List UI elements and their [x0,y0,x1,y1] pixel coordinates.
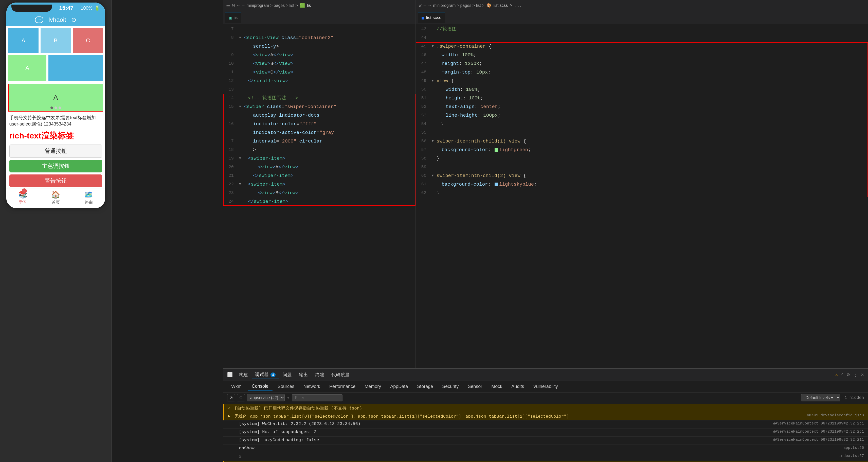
left-code-scroll[interactable]: 7 8 ▼ <scroll-view class="container2" [223,24,415,368]
main-area: ☰ W ← → miniprogram > pages > list > 🟩 l… [112,0,868,462]
debugger-tab-audits-label: Audits [511,384,524,389]
right-tab-scss[interactable]: ▣ list.scss [418,12,445,23]
phone-frame: 15:47 100% 🔋 ··· lvhaoit ⊙ A B C A A [6,3,105,208]
console-filter-toggle[interactable]: ⊙ [237,394,245,401]
console-clear-btn[interactable]: ⊘ [227,394,235,401]
debugger-tab-console[interactable]: Console [248,382,273,391]
phone-tab-route[interactable]: 🗺️ 路由 [84,190,93,205]
console-toolbar: ⊘ ⊙ appservice (#2) ▾ Default levels ▾ 1… [223,393,868,403]
tab-icon-study: 📚 2 [18,190,27,199]
debugger-tab-mock-label: Mock [491,384,502,389]
phone-text-desc: 手机号支持长按选中效果(需要text标签增加user-select属性) 123… [6,113,105,129]
warn-triangle-icon: ⚠ [835,371,838,378]
phone-btn-warn[interactable]: 警告按钮 [9,175,102,187]
build-tab-quality[interactable]: 代码质量 [328,371,352,379]
devtools-settings-icon[interactable]: ⚙ [847,371,850,378]
right-code-scroll[interactable]: 43 //轮播图 44 4 [416,24,868,368]
debugger-tab-appdata[interactable]: AppData [386,382,412,391]
debugger-tab-console-label: Console [252,383,269,389]
devtools-close-panel-icon[interactable]: ✕ [861,371,864,378]
debugger-tab-sensor-label: Sensor [468,384,482,389]
phone-btn-primary[interactable]: 主色调按钮 [9,160,102,173]
scss-line-58: 58 } [416,154,868,163]
debugger-tab-sources[interactable]: Sources [274,382,299,391]
phone-btn-normal[interactable]: 普通按钮 [9,145,102,158]
debugger-tab-network[interactable]: Network [300,382,324,391]
grid-cell-b: B [40,28,71,53]
console-output[interactable]: ⚠ [自动热重载] 已开启代码文件保存后自动热重载 (不支持 json) ▶ 无… [223,403,868,462]
debugger-tab-wxml[interactable]: Wxml [227,382,247,391]
build-tab-build[interactable]: 构建 [236,371,251,379]
left-file-icon: 🟩 [300,3,305,8]
grid-blue-right [49,55,103,81]
right-scss-editor: W ← → miniprogram > pages > list > 🎨 lis… [416,0,868,368]
log-levels-select[interactable]: Default levels ▾ [801,394,840,401]
tab-label-home: 首页 [52,200,60,205]
code-line-23: 23 <view>B</view> [223,189,415,197]
phone-notch [11,5,52,12]
debugger-tab-mock[interactable]: Mock [487,382,506,391]
code-line-16: 16 indicator-color="#fff" [223,120,415,128]
phone-header: ··· lvhaoit ⊙ [6,14,105,26]
console-line-3: [system] No. of subpackages: 2 WAService… [223,429,868,437]
scss-line-61: 61 background-color: lightskyblue; [416,180,868,189]
right-nav-forward[interactable]: → [428,3,431,8]
debugger-tab-appdata-label: AppData [390,384,408,389]
code-line-15: 15 ▼ <swiper class="swiper-container" [223,102,415,111]
debugger-tab-vulnerability[interactable]: Vulnerability [529,382,562,391]
right-tab-label: list.scss [426,15,441,20]
battery-text: 100% [81,6,92,11]
phone-tab-study[interactable]: 📚 2 学习 [18,190,27,205]
debugger-tab-security-label: Security [442,384,459,389]
debugger-tab-wxml-label: Wxml [231,384,243,389]
left-nav-forward[interactable]: → [242,3,245,8]
scss-line-48: 48 margin-top: 10px; [416,68,868,76]
phone-status-bar: 15:47 100% 🔋 [6,3,105,14]
left-nav-back[interactable]: ← [237,3,240,8]
swiper-dot-3 [59,106,61,109]
tab-label-route: 路由 [85,200,93,205]
code-line-18: 18 > [223,146,415,154]
left-tab-lis[interactable]: ▣ lis [225,12,241,23]
console-line-0: ⚠ [自动热重载] 已开启代码文件保存后自动热重载 (不支持 json) [223,404,868,412]
right-filename: list.scss [494,3,508,8]
debugger-tab-sensor[interactable]: Sensor [464,382,486,391]
build-tab-output[interactable]: 输出 [296,371,311,379]
code-line-14: 14 <!-- 轮播图写法 --> [223,94,415,102]
debugger-tab-memory-label: Memory [365,384,381,389]
debugger-tab-audits[interactable]: Audits [507,382,528,391]
scss-line-44: 44 [416,33,868,42]
console-text-6: 2 [234,454,837,459]
right-nav-back[interactable]: ← [424,3,426,8]
swiper-dot-2 [55,106,57,109]
scss-line-45: 45 ▼ .swiper-container { [416,42,868,51]
build-tab-debugger[interactable]: 调试器 4 [252,370,279,379]
build-tab-issues[interactable]: 问题 [280,371,295,379]
build-tab-terminal-label: 终端 [315,372,324,377]
console-source-6: index.ts:57 [839,454,864,458]
left-xml-editor: ☰ W ← → miniprogram > pages > list > 🟩 l… [223,0,416,368]
swiper-dot-1 [51,106,53,109]
right-code-table: 43 //轮播图 44 4 [416,24,868,198]
left-code-body: 7 8 ▼ <scroll-view class="container2" [223,24,415,368]
scss-line-50: 50 width: 100%; [416,85,868,94]
debugger-tab-security[interactable]: Security [438,382,463,391]
debugger-tab-performance[interactable]: Performance [325,382,360,391]
context-select[interactable]: appservice (#2) [247,394,285,401]
console-filter-input[interactable] [292,394,342,401]
right-editor-tabs: ▣ list.scss [416,11,868,24]
console-text-3: [system] No. of subpackages: 2 [234,430,771,434]
warn-icon-0: ⚠ [228,405,232,410]
build-tab-quality-label: 代码质量 [331,372,349,377]
left-editor-navbar: ☰ W ← → miniprogram > pages > list > 🟩 l… [223,0,415,11]
phone-tab-home[interactable]: 🏠 首页 [51,190,60,205]
scss-line-51: 51 height: 100%; [416,94,868,102]
build-tab-terminal[interactable]: 终端 [312,371,327,379]
debugger-tab-storage[interactable]: Storage [413,382,437,391]
debugger-tab-sources-label: Sources [278,384,294,389]
build-tab-debugger-label: 调试器 [255,372,269,377]
devtools-dots-icon[interactable]: ⋮ [853,371,858,378]
build-tab-build-label: 构建 [239,372,248,377]
scss-line-60: 60 ▼ swiper-item:nth-child(2) view { [416,172,868,180]
debugger-tab-memory[interactable]: Memory [361,382,385,391]
